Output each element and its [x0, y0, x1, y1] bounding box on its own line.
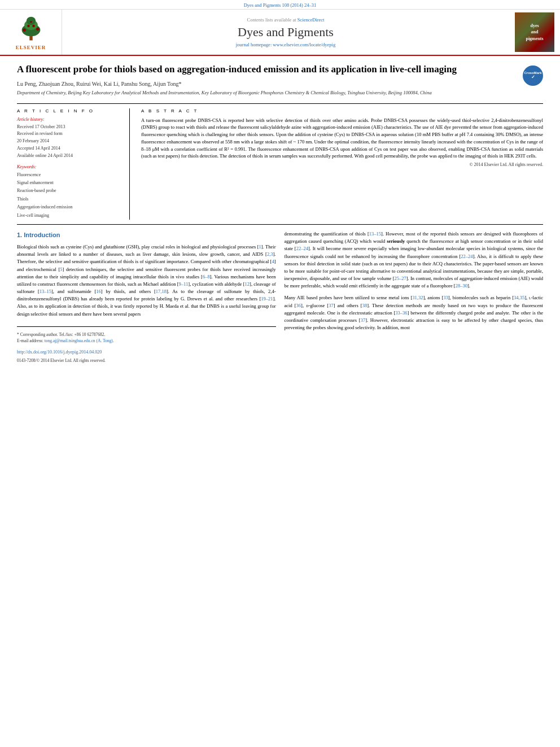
journal-header: ELSEVIER Contents lists available at Sci… — [0, 10, 560, 56]
dates-block: Received 17 October 2013 Received in rev… — [17, 124, 124, 160]
body-right-column: demonstrating the quantification of thio… — [285, 230, 544, 364]
keywords-list: Fluorescence Signal enhancement Reaction… — [17, 171, 124, 220]
article-info-column: A R T I C L E I N F O Article history: R… — [17, 108, 130, 220]
email-label: E-mail address: — [17, 338, 43, 343]
corresponding-note: * Corresponding author. Tel./fax: +86 10… — [17, 332, 105, 337]
svg-point-7 — [32, 24, 35, 27]
keyword-5: Aggregation-induced emission — [17, 203, 124, 211]
ref-22-24-b[interactable]: 22–24 — [461, 254, 473, 259]
article-info-abstract: A R T I C L E I N F O Article history: R… — [17, 103, 543, 225]
ref-13-15-b[interactable]: 13–15 — [369, 231, 381, 237]
footnote-corresponding: * Corresponding author. Tel./fax: +86 10… — [17, 331, 276, 338]
available-date: Available online 24 April 2014 — [17, 152, 124, 160]
sciencedirect-label: Contents lists available at ScienceDirec… — [247, 17, 325, 23]
sciencedirect-link[interactable]: ScienceDirect — [298, 17, 325, 23]
ref-2-3[interactable]: 2,3 — [267, 251, 273, 257]
top-bar: Dyes and Pigments 108 (2014) 24–31 — [0, 0, 560, 10]
journal-title-main: Dyes and Pigments — [238, 25, 334, 40]
intro-paragraph-2: demonstrating the quantification of thio… — [285, 230, 544, 290]
abstract-column: A B S T R A C T A turn-on fluorescent pr… — [138, 108, 543, 220]
ref-22-24[interactable]: 22–24 — [296, 246, 308, 251]
keyword-3: Reaction-based probe — [17, 187, 124, 195]
ref-38[interactable]: 38 — [362, 303, 368, 308]
ref-16[interactable]: 16 — [96, 289, 101, 294]
svg-point-3 — [26, 16, 35, 25]
section-number: 1. — [17, 231, 22, 238]
ref-13-15[interactable]: 13–15 — [40, 289, 51, 294]
received-date: Received 17 October 2013 — [17, 124, 124, 131]
ref-4[interactable]: 4 — [272, 259, 274, 264]
history-label: Article history: — [17, 117, 124, 122]
header-left: ELSEVIER — [0, 10, 62, 55]
ref-33[interactable]: 33 — [443, 295, 448, 300]
accepted-date: Accepted 14 April 2014 — [17, 145, 124, 152]
ref-28-30[interactable]: 28–30 — [456, 283, 467, 289]
section-title-text: Introduction — [24, 231, 60, 238]
body-columns: 1. Introduction Biological thiols such a… — [17, 230, 543, 364]
keyword-6: Live-cell imaging — [17, 212, 124, 220]
revised-label: Received in revised form — [17, 130, 124, 138]
copyright-line: © 2014 Elsevier Ltd. All rights reserved… — [141, 162, 543, 167]
elsevier-logo: ELSEVIER — [11, 15, 51, 50]
ref-12[interactable]: 12 — [245, 281, 250, 287]
abstract-header: A B S T R A C T — [141, 108, 543, 113]
article-body: CrossMark ✓ A fluorescent probe for thio… — [0, 56, 560, 369]
ref-37[interactable]: 37 — [329, 303, 334, 308]
ref-36[interactable]: 36 — [296, 303, 301, 308]
keyword-2: Signal enhancement — [17, 179, 124, 187]
journal-thumbnail: dyesandpigments — [515, 12, 554, 52]
email-link[interactable]: tong.aj@mail.tsinghua.edu.cn (A. Tong). — [45, 338, 114, 343]
revised-date: 20 February 2014 — [17, 138, 124, 145]
svg-point-5 — [36, 27, 39, 30]
ref-6-8[interactable]: 6–8 — [203, 274, 210, 279]
ref-19-21[interactable]: 19–21 — [261, 296, 273, 302]
doi-link[interactable]: http://dx.doi.org/10.1016/j.dyepig.2014.… — [17, 350, 102, 355]
ref-34-35[interactable]: 34,35 — [514, 295, 524, 300]
svg-point-4 — [23, 28, 25, 31]
ref-1[interactable]: 1 — [259, 244, 261, 250]
intro-paragraph-3: Many AIE based probes have been utilized… — [285, 294, 544, 331]
body-left-column: 1. Introduction Biological thiols such a… — [17, 230, 276, 364]
svg-text:✓: ✓ — [531, 75, 535, 80]
header-center: Contents lists available at ScienceDirec… — [62, 10, 509, 55]
keyword-1: Fluorescence — [17, 171, 124, 179]
thumb-text: dyesandpigments — [526, 23, 543, 42]
keyword-4: Thiols — [17, 195, 124, 203]
abstract-text: A turn-on fluorescent probe DNBS-CSA is … — [141, 117, 543, 160]
svg-point-6 — [27, 24, 30, 27]
ref-5[interactable]: 5 — [60, 267, 62, 272]
crossmark-badge: CrossMark ✓ — [523, 65, 543, 86]
paper-title: A fluorescent probe for thiols based on … — [17, 63, 543, 76]
journal-citation: Dyes and Pigments 108 (2014) 24–31 — [244, 2, 317, 8]
elsevier-wordmark: ELSEVIER — [16, 45, 46, 50]
ref-33-36[interactable]: 33–36 — [395, 310, 407, 316]
issn-line: 0143-7208/© 2014 Elsevier Ltd. All right… — [17, 357, 276, 364]
footer-area: * Corresponding author. Tel./fax: +86 10… — [17, 326, 276, 364]
affiliation-line: Department of Chemistry, Beijing Key Lab… — [17, 90, 543, 97]
intro-paragraph-1: Biological thiols such as cysteine (Cys)… — [17, 243, 276, 318]
elsevier-tree-icon — [11, 15, 51, 43]
footnote-email: E-mail address: tong.aj@mail.tsinghua.ed… — [17, 338, 276, 344]
ref-17-18[interactable]: 17,18 — [156, 289, 167, 294]
header-right: dyesandpigments — [509, 10, 560, 55]
section-1-title: 1. Introduction — [17, 230, 276, 240]
crossmark-icon: CrossMark ✓ — [523, 65, 543, 86]
ref-37-b[interactable]: 37 — [361, 317, 366, 323]
article-info-header: A R T I C L E I N F O — [17, 108, 124, 113]
ref-25-27[interactable]: 25–27 — [395, 276, 406, 281]
keywords-label: Keywords: — [17, 164, 124, 169]
ref-9-11[interactable]: 9–11 — [179, 281, 189, 287]
svg-point-8 — [30, 20, 32, 23]
ref-31-32[interactable]: 31,32 — [412, 295, 423, 300]
doi-links: http://dx.doi.org/10.1016/j.dyepig.2014.… — [17, 348, 276, 356]
journal-homepage: journal homepage: www.elsevier.com/locat… — [236, 42, 335, 47]
authors-line: Lu Peng, Zhaojuan Zhou, Ruirui Wei, Kai … — [17, 81, 543, 87]
